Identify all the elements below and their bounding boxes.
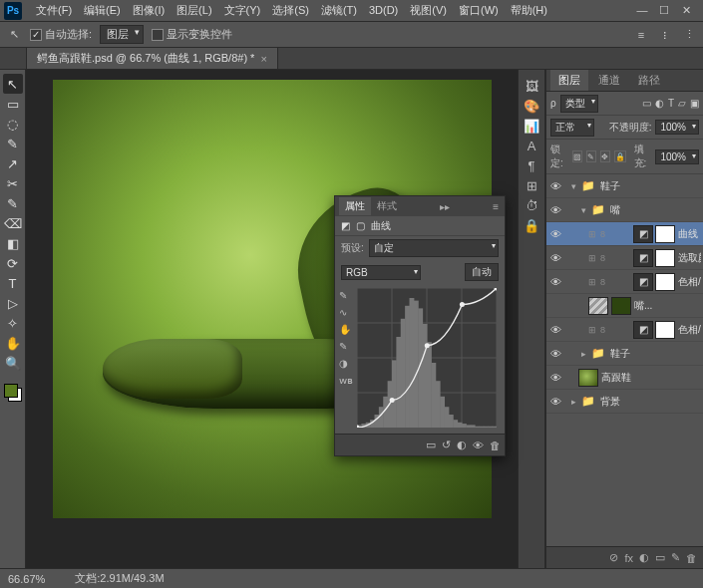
mini-panel-3[interactable]: A bbox=[522, 136, 541, 155]
layer-row[interactable]: 👁⊞8◩色相/... bbox=[546, 270, 703, 294]
visibility-toggle[interactable]: 👁 bbox=[548, 276, 562, 288]
lock-pixels-icon[interactable]: ✎ bbox=[586, 150, 596, 162]
menu-文件[interactable]: 文件(F) bbox=[30, 2, 78, 18]
mini-panel-0[interactable]: 🖼 bbox=[522, 76, 541, 96]
layers-foot-icon[interactable]: fx bbox=[624, 552, 633, 564]
close-button[interactable]: ✕ bbox=[679, 4, 693, 17]
color-swatch[interactable] bbox=[4, 384, 22, 402]
tab-channels[interactable]: 通道 bbox=[590, 70, 628, 91]
menu-窗口[interactable]: 窗口(W) bbox=[453, 2, 505, 18]
visibility-toggle[interactable]: 👁 bbox=[548, 372, 562, 384]
layer-row[interactable]: 👁▾📁嘴 bbox=[546, 198, 703, 222]
layer-row[interactable]: 👁⊞8◩色相/饱... bbox=[546, 318, 703, 342]
tool-6[interactable]: ✎ bbox=[3, 193, 23, 213]
menu-图像[interactable]: 图像(I) bbox=[127, 2, 171, 18]
auto-button[interactable]: 自动 bbox=[465, 263, 499, 281]
blend-mode-combo[interactable]: 正常 bbox=[550, 119, 594, 137]
menu-3D[interactable]: 3D(D) bbox=[363, 2, 404, 18]
visibility-toggle[interactable]: 👁 bbox=[548, 180, 562, 192]
menu-滤镜[interactable]: 滤镜(T) bbox=[315, 2, 363, 18]
layer-row[interactable]: 👁高跟鞋 bbox=[546, 366, 703, 390]
auto-select-combo[interactable]: 图层 bbox=[100, 25, 144, 44]
tool-5[interactable]: ✂ bbox=[3, 173, 23, 193]
preset-combo[interactable]: 自定 bbox=[369, 239, 499, 257]
layer-row[interactable]: 👁⊞8◩选取颜... bbox=[546, 246, 703, 270]
filter-kind-combo[interactable]: 类型 bbox=[560, 95, 598, 113]
minimize-button[interactable]: — bbox=[635, 4, 649, 17]
align-icon[interactable]: ≡ bbox=[633, 27, 649, 43]
document-tab[interactable]: 鳄鱼高跟鞋.psd @ 66.7% (曲线 1, RGB/8#) * × bbox=[26, 47, 278, 69]
tab-paths[interactable]: 路径 bbox=[630, 70, 668, 91]
layer-row[interactable]: 👁▸📁背景 bbox=[546, 390, 703, 414]
layers-foot-icon[interactable]: ✎ bbox=[671, 551, 680, 564]
curve-tool-icon[interactable]: ∿ bbox=[339, 307, 355, 318]
close-tab-icon[interactable]: × bbox=[260, 53, 266, 65]
align-icon[interactable]: ⫶ bbox=[657, 27, 673, 43]
tab-layers[interactable]: 图层 bbox=[550, 70, 588, 91]
disclosure-triangle[interactable]: ▾ bbox=[568, 181, 578, 191]
channel-combo[interactable]: RGB bbox=[341, 265, 421, 280]
layers-foot-icon[interactable]: ◐ bbox=[639, 551, 649, 564]
maximize-button[interactable]: ☐ bbox=[657, 4, 671, 17]
tool-10[interactable]: T bbox=[3, 273, 23, 293]
layers-foot-icon[interactable]: 🗑 bbox=[686, 552, 697, 564]
curve-tool-icon[interactable]: ᴡʙ bbox=[339, 375, 355, 386]
fill-input[interactable]: 100% bbox=[655, 149, 699, 164]
auto-select-checkbox[interactable]: 自动选择: bbox=[30, 27, 92, 42]
mini-panel-5[interactable]: ⊞ bbox=[522, 175, 541, 195]
filter-adjust-icon[interactable]: ◐ bbox=[655, 98, 664, 109]
tool-11[interactable]: ▷ bbox=[3, 293, 23, 313]
panel-collapse-icon[interactable]: ▸▸ bbox=[434, 199, 456, 214]
tool-8[interactable]: ◧ bbox=[3, 233, 23, 253]
menu-帮助[interactable]: 帮助(H) bbox=[505, 2, 553, 18]
tool-9[interactable]: ⟳ bbox=[3, 253, 23, 273]
visibility-toggle[interactable]: 👁 bbox=[548, 252, 562, 264]
visibility-toggle[interactable]: 👁 bbox=[548, 228, 562, 240]
tool-3[interactable]: ✎ bbox=[3, 134, 23, 153]
tool-0[interactable]: ↖ bbox=[3, 74, 23, 94]
menu-视图[interactable]: 视图(V) bbox=[404, 2, 453, 18]
panel-menu-icon[interactable]: ≡ bbox=[487, 199, 505, 214]
show-transform-checkbox[interactable]: 显示变换控件 bbox=[152, 27, 232, 42]
tab-styles[interactable]: 样式 bbox=[371, 197, 403, 215]
tool-2[interactable]: ◌ bbox=[3, 114, 23, 134]
tool-4[interactable]: ↗ bbox=[3, 153, 23, 173]
curves-graph[interactable] bbox=[357, 288, 497, 428]
mini-panel-6[interactable]: ⏱ bbox=[522, 195, 541, 215]
tool-7[interactable]: ⌫ bbox=[3, 213, 23, 233]
filter-shape-icon[interactable]: ▱ bbox=[678, 98, 686, 109]
visibility-toggle[interactable]: 👁 bbox=[548, 348, 562, 360]
disclosure-triangle[interactable]: ▾ bbox=[578, 205, 588, 215]
disclosure-triangle[interactable]: ▸ bbox=[578, 349, 588, 359]
layer-row[interactable]: 👁⊞8◩曲线 1 bbox=[546, 222, 703, 246]
filter-pixel-icon[interactable]: ▭ bbox=[642, 98, 651, 109]
properties-foot-icon[interactable]: ↺ bbox=[442, 439, 451, 451]
menu-图层[interactable]: 图层(L) bbox=[171, 2, 217, 18]
document-info[interactable]: 文档:2.91M/49.3M bbox=[75, 571, 164, 586]
tab-properties[interactable]: 属性 bbox=[339, 197, 371, 215]
opacity-input[interactable]: 100% bbox=[655, 120, 699, 135]
filter-smart-icon[interactable]: ▣ bbox=[690, 98, 699, 109]
lock-all-icon[interactable]: 🔒 bbox=[614, 150, 626, 162]
distribute-icon[interactable]: ⋮ bbox=[681, 27, 697, 43]
curve-tool-icon[interactable]: ✎ bbox=[339, 290, 355, 301]
tool-12[interactable]: ✧ bbox=[3, 313, 23, 333]
curve-tool-icon[interactable]: ✋ bbox=[339, 324, 355, 335]
properties-foot-icon[interactable]: 🗑 bbox=[490, 440, 501, 451]
mini-panel-1[interactable]: 🎨 bbox=[522, 96, 541, 116]
tool-14[interactable]: 🔍 bbox=[3, 353, 23, 373]
mini-panel-4[interactable]: ¶ bbox=[522, 155, 541, 175]
layer-row[interactable]: 👁▸📁鞋子 bbox=[546, 342, 703, 366]
menu-选择[interactable]: 选择(S) bbox=[266, 2, 315, 18]
visibility-toggle[interactable]: 👁 bbox=[548, 204, 562, 216]
properties-foot-icon[interactable]: ▭ bbox=[426, 439, 436, 451]
filter-type-icon[interactable]: T bbox=[668, 98, 674, 109]
tool-13[interactable]: ✋ bbox=[3, 333, 23, 353]
tool-1[interactable]: ▭ bbox=[3, 94, 23, 114]
visibility-toggle[interactable]: 👁 bbox=[548, 324, 562, 336]
lock-position-icon[interactable]: ✥ bbox=[600, 150, 610, 162]
properties-foot-icon[interactable]: ◐ bbox=[457, 439, 467, 451]
menu-文字[interactable]: 文字(Y) bbox=[218, 2, 267, 18]
foreground-color-swatch[interactable] bbox=[4, 384, 18, 398]
curve-tool-icon[interactable]: ◑ bbox=[339, 358, 355, 369]
